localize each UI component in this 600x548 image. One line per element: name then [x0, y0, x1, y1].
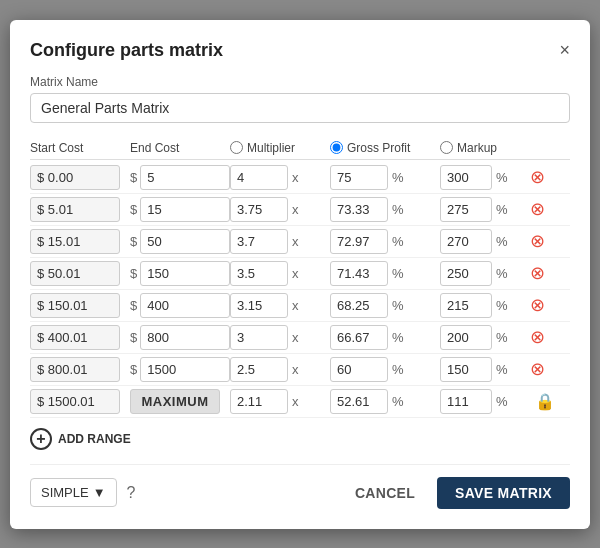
delete-row-button[interactable]: ⊗: [530, 166, 545, 188]
end-cost-cell: $: [130, 293, 230, 318]
multiplier-input[interactable]: [230, 197, 288, 222]
mult-symbol: x: [292, 170, 299, 185]
markup-input[interactable]: [440, 197, 492, 222]
start-cost-input: [30, 165, 120, 190]
gross-profit-input[interactable]: [330, 197, 388, 222]
matrix-name-input[interactable]: [30, 93, 570, 123]
start-cost-cell: [30, 325, 130, 350]
row-action: 🔒: [530, 392, 560, 411]
markup-input[interactable]: [440, 293, 492, 318]
start-cost-input: [30, 325, 120, 350]
multiplier-input[interactable]: [230, 293, 288, 318]
add-range-button[interactable]: + ADD RANGE: [30, 428, 131, 450]
gp-symbol: %: [392, 266, 404, 281]
gross-profit-input[interactable]: [330, 357, 388, 382]
delete-row-button[interactable]: ⊗: [530, 198, 545, 220]
row-action: ⊗: [530, 166, 560, 188]
end-cost-input[interactable]: [140, 197, 230, 222]
chevron-down-icon: ▼: [93, 485, 106, 500]
multiplier-input[interactable]: [230, 261, 288, 286]
multiplier-cell: x: [230, 325, 330, 350]
markup-cell: %: [440, 293, 530, 318]
table-row: $ x % % ⊗: [30, 354, 570, 386]
gross-profit-input[interactable]: [330, 293, 388, 318]
multiplier-cell: x: [230, 293, 330, 318]
end-cost-input[interactable]: [140, 261, 230, 286]
gross-profit-input[interactable]: [330, 261, 388, 286]
end-cost-cell: $: [130, 261, 230, 286]
matrix-name-field: Matrix Name: [30, 75, 570, 137]
multiplier-input[interactable]: [230, 325, 288, 350]
multiplier-radio[interactable]: [230, 141, 243, 154]
markup-input[interactable]: [440, 165, 492, 190]
col-multiplier: Multiplier: [230, 141, 330, 155]
end-cost-input[interactable]: [140, 293, 230, 318]
start-cost-cell: [30, 165, 130, 190]
start-cost-input: [30, 389, 120, 414]
gross-profit-cell: %: [330, 261, 440, 286]
end-cost-cell: $: [130, 197, 230, 222]
matrix-table: Start Cost End Cost Multiplier Gross Pro…: [30, 137, 570, 418]
markup-cell: %: [440, 197, 530, 222]
delete-row-button[interactable]: ⊗: [530, 230, 545, 252]
end-cost-input[interactable]: [130, 389, 220, 414]
save-matrix-button[interactable]: SAVE MATRIX: [437, 477, 570, 509]
modal-header: Configure parts matrix ×: [30, 40, 570, 61]
gross-profit-cell: %: [330, 357, 440, 382]
configure-parts-matrix-modal: Configure parts matrix × Matrix Name Sta…: [10, 20, 590, 529]
start-cost-cell: [30, 261, 130, 286]
end-cost-input[interactable]: [140, 229, 230, 254]
cancel-button[interactable]: CANCEL: [341, 477, 429, 509]
help-button[interactable]: ?: [127, 484, 136, 502]
gross-profit-cell: %: [330, 197, 440, 222]
multiplier-input[interactable]: [230, 165, 288, 190]
end-cost-input[interactable]: [140, 325, 230, 350]
markup-input[interactable]: [440, 261, 492, 286]
table-row: $ x % % ⊗: [30, 258, 570, 290]
markup-symbol: %: [496, 266, 508, 281]
delete-row-button[interactable]: ⊗: [530, 262, 545, 284]
gross-profit-input[interactable]: [330, 325, 388, 350]
gross-profit-cell: %: [330, 229, 440, 254]
markup-input[interactable]: [440, 389, 492, 414]
gross-profit-input[interactable]: [330, 389, 388, 414]
gross-profit-input[interactable]: [330, 229, 388, 254]
lock-icon: 🔒: [530, 392, 560, 411]
close-button[interactable]: ×: [559, 41, 570, 59]
multiplier-input[interactable]: [230, 229, 288, 254]
mult-symbol: x: [292, 202, 299, 217]
end-cost-input[interactable]: [140, 357, 230, 382]
table-header: Start Cost End Cost Multiplier Gross Pro…: [30, 137, 570, 160]
simple-button[interactable]: SIMPLE ▼: [30, 478, 117, 507]
markup-symbol: %: [496, 394, 508, 409]
gross-profit-radio[interactable]: [330, 141, 343, 154]
row-action: ⊗: [530, 358, 560, 380]
end-cost-input[interactable]: [140, 165, 230, 190]
markup-input[interactable]: [440, 357, 492, 382]
multiplier-cell: x: [230, 357, 330, 382]
row-action: ⊗: [530, 198, 560, 220]
start-cost-cell: [30, 293, 130, 318]
delete-row-button[interactable]: ⊗: [530, 326, 545, 348]
delete-row-button[interactable]: ⊗: [530, 358, 545, 380]
delete-row-button[interactable]: ⊗: [530, 294, 545, 316]
modal-footer: SIMPLE ▼ ? CANCEL SAVE MATRIX: [30, 464, 570, 509]
modal-title: Configure parts matrix: [30, 40, 223, 61]
gross-profit-input[interactable]: [330, 165, 388, 190]
gp-symbol: %: [392, 202, 404, 217]
multiplier-cell: x: [230, 261, 330, 286]
col-markup: Markup: [440, 141, 530, 155]
markup-symbol: %: [496, 362, 508, 377]
row-action: ⊗: [530, 326, 560, 348]
end-cost-cell: $: [130, 229, 230, 254]
markup-cell: %: [440, 229, 530, 254]
multiplier-input[interactable]: [230, 389, 288, 414]
markup-input[interactable]: [440, 229, 492, 254]
gross-profit-cell: %: [330, 325, 440, 350]
start-cost-cell: [30, 357, 130, 382]
markup-cell: %: [440, 357, 530, 382]
markup-radio[interactable]: [440, 141, 453, 154]
multiplier-input[interactable]: [230, 357, 288, 382]
multiplier-cell: x: [230, 165, 330, 190]
markup-input[interactable]: [440, 325, 492, 350]
